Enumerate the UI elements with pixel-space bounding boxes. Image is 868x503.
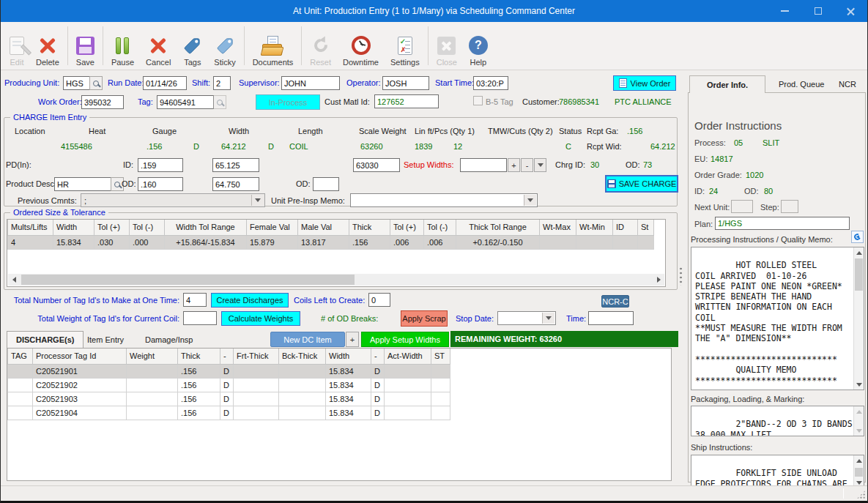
table-cell[interactable]: D [371, 392, 385, 406]
table-cell[interactable]: C20521902 [33, 378, 127, 392]
producing-unit-field[interactable] [63, 76, 90, 90]
table-cell[interactable] [234, 378, 279, 392]
coils-left-field[interactable] [368, 293, 390, 307]
table-cell[interactable] [576, 235, 613, 249]
column-header[interactable]: - [371, 349, 385, 364]
time-field[interactable] [588, 311, 634, 325]
table-cell[interactable] [127, 406, 178, 420]
column-header[interactable]: Width Tol Range [165, 220, 247, 235]
table-cell[interactable] [8, 378, 33, 392]
resize-grip[interactable] [856, 490, 866, 499]
create-discharges-button[interactable]: Create Discharges [211, 293, 289, 308]
table-cell[interactable] [385, 392, 431, 406]
refresh-button[interactable] [851, 231, 864, 243]
preinsp-memo-combo[interactable] [350, 193, 538, 207]
new-dc-item-button[interactable]: New DC Item [270, 332, 345, 347]
cancel-button[interactable]: Cancel [140, 22, 177, 70]
table-cell[interactable] [279, 378, 326, 392]
view-order-button[interactable]: View Order [613, 75, 676, 91]
table-cell[interactable]: C20521903 [33, 392, 127, 406]
table-cell[interactable] [431, 364, 450, 378]
table-cell[interactable]: D [371, 406, 385, 420]
b5-tag-checkbox[interactable] [473, 96, 483, 105]
table-cell[interactable]: .156 [178, 378, 220, 392]
table-row[interactable]: C20521904.156D15.834D [8, 406, 450, 420]
column-header[interactable]: Male Val [298, 220, 349, 235]
table-cell[interactable]: 4 [8, 235, 53, 249]
horizontal-scrollbar[interactable] [8, 274, 664, 286]
table-cell[interactable]: D [371, 378, 385, 392]
table-cell[interactable] [234, 364, 279, 378]
table-cell[interactable]: C20521901 [33, 364, 127, 378]
table-cell[interactable]: D [220, 406, 234, 420]
dropdown-button[interactable] [251, 195, 264, 206]
apply-setup-widths-button[interactable]: Apply Setup Widths [361, 332, 449, 347]
tag-count-field[interactable] [183, 293, 207, 307]
table-cell[interactable]: D [371, 364, 385, 378]
producing-unit-search-button[interactable] [89, 76, 103, 90]
save-button[interactable]: Save [70, 22, 100, 70]
table-cell[interactable] [127, 378, 178, 392]
table-cell[interactable] [431, 378, 450, 392]
table-cell[interactable]: .156 [349, 235, 390, 249]
table-cell[interactable]: .156 [178, 392, 220, 406]
pause-button[interactable]: Pause [105, 22, 140, 70]
table-cell[interactable] [234, 392, 279, 406]
column-header[interactable]: Bck-Thick [279, 349, 326, 364]
table-cell[interactable] [234, 406, 279, 420]
run-date-field[interactable] [143, 76, 187, 90]
reset-button[interactable]: Reset [304, 22, 337, 70]
ship-instructions-box[interactable]: FORKLIFT SIDE UNLOAD EDGE PROTECTORS FOR… [691, 455, 864, 488]
start-time-field[interactable] [473, 76, 508, 90]
ncr-c-button[interactable]: NCR-C [601, 295, 629, 308]
scroll-down-button[interactable] [854, 380, 864, 389]
setup-widths-dropdown-button[interactable] [534, 158, 546, 172]
table-cell[interactable]: .006 [390, 235, 424, 249]
column-header[interactable]: Tol (-) [130, 220, 165, 235]
tab-order-info[interactable]: Order Info. [689, 75, 765, 93]
save-charge-button[interactable]: SAVE CHARGE [605, 175, 678, 193]
total-weight-field[interactable] [183, 311, 217, 325]
table-cell[interactable]: +0.162/-0.150 [456, 235, 540, 249]
table-cell[interactable] [279, 364, 326, 378]
table-cell[interactable] [8, 364, 33, 378]
tab-ncr[interactable]: NCR [828, 75, 867, 93]
setup-widths-field[interactable] [460, 158, 507, 172]
operator-field[interactable] [382, 76, 429, 90]
table-cell[interactable]: D [220, 392, 234, 406]
table-cell[interactable]: 15.834 [326, 378, 371, 392]
close-window-button[interactable] [834, 0, 867, 22]
scroll-up-button[interactable] [854, 248, 864, 257]
tag-field[interactable] [157, 95, 214, 109]
splitter-handle[interactable] [679, 267, 683, 286]
column-header[interactable]: ST [431, 349, 450, 364]
setup-widths-decrement-button[interactable]: - [521, 158, 533, 172]
table-cell[interactable]: 15.834 [53, 235, 94, 249]
tab-damage-insp[interactable]: Damage/Insp [136, 331, 201, 348]
dropdown-button[interactable] [542, 313, 554, 324]
cust-matl-id-field[interactable] [374, 94, 439, 108]
table-cell[interactable]: .000 [130, 235, 165, 249]
step-field[interactable] [781, 200, 798, 213]
column-header[interactable]: Thick [349, 220, 390, 235]
od-width-field[interactable] [212, 177, 259, 191]
table-cell[interactable]: +15.864/-15.834 [165, 235, 247, 249]
scrollbar-thumb[interactable] [855, 468, 863, 477]
column-header[interactable]: St [638, 220, 654, 235]
table-cell[interactable] [8, 406, 33, 420]
id-thickness-field[interactable] [138, 158, 183, 172]
sticky-button[interactable]: Sticky [208, 22, 241, 70]
table-cell[interactable]: 15.834 [326, 406, 371, 420]
table-cell[interactable]: D [220, 378, 234, 392]
setup-widths-increment-button[interactable]: + [508, 158, 520, 172]
column-header[interactable]: Tol (-) [424, 220, 456, 235]
table-cell[interactable] [540, 235, 576, 249]
table-cell[interactable] [279, 392, 326, 406]
column-header[interactable]: Mults/Lifts [8, 220, 53, 235]
maximize-button[interactable] [801, 0, 834, 22]
product-desc-field[interactable] [54, 177, 111, 191]
supervisor-field[interactable] [281, 76, 340, 90]
column-header[interactable]: Processor Tag Id [33, 349, 127, 364]
od3-field[interactable] [313, 177, 339, 191]
column-header[interactable]: Thick [178, 349, 220, 364]
